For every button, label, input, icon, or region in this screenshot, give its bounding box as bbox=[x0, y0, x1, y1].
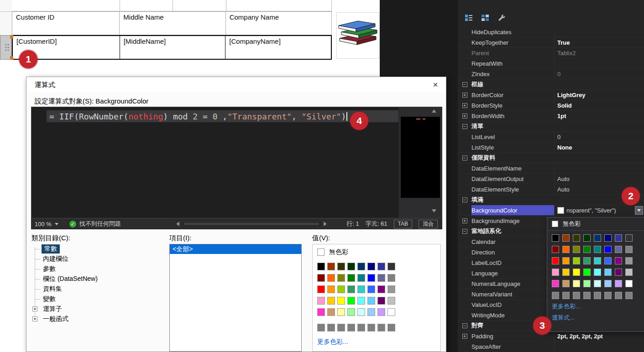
color-swatch[interactable] bbox=[367, 324, 375, 331]
data-cell-companyname[interactable]: [CompanyName] bbox=[225, 36, 331, 59]
categorized-view-icon[interactable] bbox=[463, 12, 474, 23]
property-value[interactable]: None bbox=[555, 142, 644, 152]
color-swatch[interactable] bbox=[573, 246, 580, 253]
hscroll-left-icon[interactable] bbox=[176, 222, 179, 226]
color-swatch[interactable] bbox=[347, 297, 355, 305]
color-swatch[interactable] bbox=[604, 246, 612, 253]
property-name[interactable]: BorderWidth bbox=[471, 111, 555, 121]
color-swatch[interactable] bbox=[367, 263, 375, 270]
color-swatch[interactable] bbox=[347, 274, 355, 282]
header-cell-customer-id[interactable]: Customer ID bbox=[12, 12, 120, 35]
property-value[interactable] bbox=[555, 58, 644, 68]
color-swatch[interactable] bbox=[583, 292, 591, 299]
property-value[interactable] bbox=[555, 342, 644, 352]
category-tree-item[interactable]: +運算子 bbox=[31, 304, 164, 314]
color-swatch[interactable] bbox=[337, 324, 345, 331]
color-swatch[interactable] bbox=[573, 257, 580, 264]
property-row-DataElementStyle[interactable]: DataElementStyleAuto bbox=[458, 184, 644, 195]
mixed-mode-indicator[interactable]: 混合 bbox=[419, 220, 438, 228]
color-swatch[interactable] bbox=[327, 324, 335, 331]
category-tree-item[interactable]: 內建欄位 bbox=[31, 254, 164, 264]
color-swatch[interactable] bbox=[387, 308, 395, 316]
property-name[interactable]: DataElementName bbox=[471, 163, 555, 173]
color-swatch[interactable] bbox=[337, 274, 345, 282]
color-swatch[interactable] bbox=[367, 274, 375, 282]
data-cell-middlename[interactable]: [MiddleName] bbox=[120, 36, 226, 59]
header-cell-company-name[interactable]: Company Name bbox=[226, 12, 331, 35]
property-category-僅限資料[interactable]: −僅限資料 bbox=[458, 153, 644, 163]
color-swatch[interactable] bbox=[625, 280, 633, 287]
property-name[interactable]: DataElementStyle bbox=[471, 184, 555, 194]
expression-code-editor[interactable]: = IIF(RowNumber(nothing) mod 2 = 0 ,"Tra… bbox=[31, 107, 442, 218]
expand-icon[interactable]: + bbox=[32, 316, 37, 321]
color-swatch[interactable] bbox=[367, 308, 375, 316]
color-swatch[interactable] bbox=[357, 308, 365, 316]
property-name[interactable]: DataElementOutput bbox=[471, 174, 555, 184]
color-swatch[interactable] bbox=[562, 257, 570, 264]
color-swatch[interactable] bbox=[562, 234, 570, 242]
color-swatch[interactable] bbox=[327, 263, 335, 270]
report-image-item[interactable] bbox=[336, 12, 379, 59]
color-swatch[interactable] bbox=[573, 269, 580, 276]
hscroll-track[interactable] bbox=[183, 222, 321, 226]
color-swatch[interactable] bbox=[347, 308, 355, 316]
property-name[interactable]: NumeralVariant bbox=[471, 289, 555, 299]
color-swatch[interactable] bbox=[594, 246, 601, 253]
dialog-titlebar[interactable]: 運算式 × bbox=[26, 77, 446, 93]
property-row-BorderStyle[interactable]: +BorderStyleSolid bbox=[458, 100, 644, 111]
more-colors-link[interactable]: 更多色彩... bbox=[317, 338, 436, 346]
color-swatch[interactable] bbox=[347, 324, 355, 331]
color-swatch[interactable] bbox=[367, 285, 375, 293]
color-swatch[interactable] bbox=[594, 292, 601, 299]
color-swatch[interactable] bbox=[387, 297, 395, 305]
color-swatch[interactable] bbox=[377, 285, 385, 293]
category-tree-item[interactable]: 欄位 (DataSetNew) bbox=[31, 274, 164, 284]
property-row-BackgroundColor[interactable]: BackgroundColornsparent", "Silver") bbox=[458, 205, 644, 216]
property-row-Padding[interactable]: +Padding2pt, 2pt, 2pt, 2pt bbox=[458, 331, 644, 342]
category-tree-item[interactable]: 資料集 bbox=[31, 284, 164, 294]
color-swatch[interactable] bbox=[615, 257, 622, 264]
property-row-DataElementOutput[interactable]: DataElementOutputAuto bbox=[458, 174, 644, 184]
color-swatch[interactable] bbox=[317, 308, 325, 316]
color-swatch[interactable] bbox=[327, 308, 335, 316]
category-tree-item[interactable]: 參數 bbox=[31, 264, 164, 274]
collapse-icon[interactable]: − bbox=[462, 82, 467, 87]
color-swatch[interactable] bbox=[327, 297, 335, 305]
property-row-SpaceAfter[interactable]: SpaceAfter bbox=[458, 342, 644, 352]
color-swatch[interactable] bbox=[317, 263, 325, 270]
property-value[interactable]: Tablix2 bbox=[555, 48, 644, 58]
color-swatch[interactable] bbox=[594, 234, 601, 242]
scroll-up-icon[interactable] bbox=[432, 109, 436, 113]
color-swatch[interactable] bbox=[615, 292, 622, 299]
hscroll-thumb[interactable] bbox=[184, 223, 319, 225]
zoom-selector[interactable]: 100 % bbox=[31, 221, 63, 228]
property-name[interactable]: ValueLocID bbox=[471, 300, 555, 310]
color-swatch[interactable] bbox=[562, 280, 570, 287]
color-swatch[interactable] bbox=[594, 269, 601, 276]
header-cell-middle-name[interactable]: Middle Name bbox=[120, 12, 225, 35]
property-name[interactable]: ZIndex bbox=[471, 69, 555, 79]
property-row-ListStyle[interactable]: ListStyleNone bbox=[458, 142, 644, 153]
property-value[interactable] bbox=[555, 163, 644, 173]
color-swatch[interactable] bbox=[317, 324, 325, 331]
color-swatch[interactable] bbox=[562, 246, 570, 253]
property-name[interactable]: LabelLocID bbox=[471, 258, 555, 268]
color-swatch[interactable] bbox=[594, 257, 601, 264]
color-swatch[interactable] bbox=[615, 234, 622, 242]
scroll-down-icon[interactable] bbox=[432, 209, 436, 212]
color-swatch[interactable] bbox=[357, 324, 365, 331]
property-row-KeepTogether[interactable]: KeepTogetherTrue bbox=[458, 37, 644, 48]
color-swatch[interactable] bbox=[367, 297, 375, 305]
property-row-BorderColor[interactable]: +BorderColorLightGrey bbox=[458, 90, 644, 100]
alphabetical-view-icon[interactable] bbox=[480, 12, 491, 23]
property-name[interactable]: Parent bbox=[471, 48, 555, 58]
color-swatch[interactable] bbox=[552, 292, 559, 299]
dropdown-button[interactable] bbox=[635, 206, 643, 215]
color-swatch[interactable] bbox=[604, 269, 612, 276]
property-name[interactable]: NumeralLanguage bbox=[471, 279, 555, 289]
no-color-option[interactable]: 無色彩 bbox=[547, 217, 644, 231]
color-swatch[interactable] bbox=[387, 285, 395, 293]
color-swatch[interactable] bbox=[552, 269, 559, 276]
collapse-icon[interactable]: − bbox=[462, 155, 467, 160]
color-swatch[interactable] bbox=[583, 246, 591, 253]
